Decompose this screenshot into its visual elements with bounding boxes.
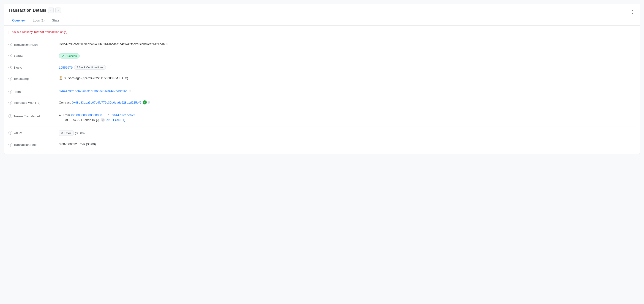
transaction-fee-value: 0.007660692 Ether ($0.00) <box>59 143 636 146</box>
section-divider-2 <box>8 109 636 109</box>
to-transfer-label: To <box>106 113 109 117</box>
copy-to-icon[interactable]: ⎘ <box>148 101 150 104</box>
help-icon-fee[interactable]: ? <box>8 143 12 147</box>
timestamp-value: ⏳ 35 secs ago (Apr-23-2022 11:22:08 PM +… <box>59 76 636 80</box>
block-label: ? Block: <box>8 65 59 69</box>
tab-overview[interactable]: Overview <box>8 16 29 25</box>
section-divider-1 <box>8 85 636 85</box>
token-for-line: For ERC-721 Token ID [0] ◎ XNFT (XNFT) <box>59 118 125 122</box>
timestamp-label: ? Timestamp: <box>8 76 59 80</box>
help-icon-hash[interactable]: ? <box>8 43 12 46</box>
block-value: 10556979 2 Block Confirmations <box>59 65 636 70</box>
more-options-button[interactable]: ⋮ <box>630 9 636 14</box>
from-transfer-label: From <box>63 113 70 117</box>
value-label: ? Value: <box>8 131 59 135</box>
transaction-hash-value: 0x9a47a95b5f12099ed24f6450b5164a6adcc1a4… <box>59 42 636 46</box>
transaction-hash-label: ? Transaction Hash: <box>8 42 59 46</box>
testnet-highlight: Testnet <box>34 30 44 34</box>
value-value: 0 Ether ($0.00) <box>59 131 636 136</box>
token-from-address[interactable]: 0x0000000000000000... <box>71 113 105 117</box>
token-to-address[interactable]: 0x64478fc1bc672... <box>110 113 138 117</box>
arrow-icon: ► <box>59 114 62 117</box>
block-number-link[interactable]: 10556979 <box>59 66 72 69</box>
token-name-link[interactable]: XNFT (XNFT) <box>106 118 125 122</box>
confirmations-badge: 2 Block Confirmations <box>74 65 106 70</box>
help-icon-to[interactable]: ? <box>8 101 12 105</box>
nav-next-button[interactable]: › <box>56 7 61 13</box>
ether-amount-badge: 0 Ether <box>59 131 74 136</box>
tokens-transferred-label: ? Tokens Transferred: <box>8 113 59 118</box>
page-title: Transaction Details <box>8 8 46 13</box>
from-value: 0x64478fc1bc6726caf1d0366dc61ef44e7bd3c1… <box>59 89 636 93</box>
help-icon-block[interactable]: ? <box>8 66 12 69</box>
token-transfer-line: ► From 0x0000000000000000... To 0x64478f… <box>59 113 138 117</box>
tokens-transferred-value: ► From 0x0000000000000000... To 0x64478f… <box>59 113 636 122</box>
copy-hash-icon[interactable]: ⎘ <box>166 42 168 46</box>
timestamp-row: ? Timestamp: ⏳ 35 secs ago (Apr-23-2022 … <box>8 73 636 84</box>
page-title-row: Transaction Details ‹ › <box>8 7 630 16</box>
transaction-fee-row: ? Transaction Fee: 0.007660692 Ether ($0… <box>8 139 636 150</box>
transaction-details-card: Transaction Details ‹ › Overview Logs (1… <box>4 4 640 154</box>
from-address-link[interactable]: 0x64478fc1bc6726caf1d0366dc61ef44e7bd3c1… <box>59 89 127 93</box>
tokens-transferred-row: ? Tokens Transferred: ► From 0x000000000… <box>8 110 636 125</box>
to-label: ? Interacted With (To): <box>8 100 59 105</box>
tab-logs[interactable]: Logs (1) <box>29 16 48 25</box>
help-icon-value[interactable]: ? <box>8 131 12 135</box>
testnet-notice: [ This is a Rinkeby Testnet transaction … <box>8 29 636 34</box>
tabs-container: Overview Logs (1) State <box>8 16 630 25</box>
help-icon-timestamp[interactable]: ? <box>8 77 12 80</box>
copy-from-icon[interactable]: ⎘ <box>129 89 130 93</box>
clock-icon: ⏳ <box>59 76 62 80</box>
value-row: ? Value: 0 Ether ($0.00) <box>8 127 636 139</box>
status-label: ? Status: <box>8 53 59 57</box>
status-badge: Success <box>59 53 80 58</box>
to-address-link[interactable]: 0x48e83aba3c07c4fc776c32d0cadc628a1d625e… <box>72 101 141 104</box>
to-value: Contract 0x48e83aba3c07c4fc776c32d0cadc6… <box>59 100 636 105</box>
card-body: [ This is a Rinkeby Testnet transaction … <box>4 26 640 154</box>
help-icon-status[interactable]: ? <box>8 54 12 57</box>
token-symbol-icon: ◎ <box>101 118 105 122</box>
block-row: ? Block: 10556979 2 Block Confirmations <box>8 62 636 73</box>
status-row: ? Status: Success <box>8 50 636 62</box>
verified-icon: ✓ <box>143 100 147 105</box>
card-header: Transaction Details ‹ › Overview Logs (1… <box>4 4 640 26</box>
help-icon-from[interactable]: ? <box>8 90 12 94</box>
from-row: ? From: 0x64478fc1bc6726caf1d0366dc61ef4… <box>8 86 636 97</box>
transaction-fee-label: ? Transaction Fee: <box>8 143 59 147</box>
nav-prev-button[interactable]: ‹ <box>48 7 54 13</box>
help-icon-tokens[interactable]: ? <box>8 114 12 118</box>
status-value: Success <box>59 53 636 58</box>
from-label: ? From: <box>8 89 59 94</box>
tab-state[interactable]: State <box>48 16 63 25</box>
transaction-hash-row: ? Transaction Hash: 0x9a47a95b5f12099ed2… <box>8 39 636 50</box>
to-row: ? Interacted With (To): Contract 0x48e83… <box>8 97 636 108</box>
